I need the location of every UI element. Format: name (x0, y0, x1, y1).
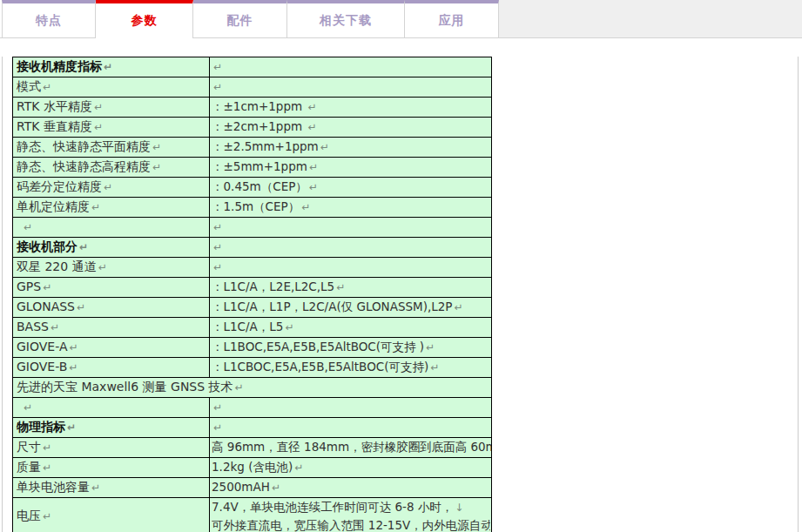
spec-value-cell: ：±2cm+1ppm ↵ (210, 118, 492, 138)
spec-value-cell: ↵ (210, 418, 492, 438)
return-mark: ↵ (320, 141, 329, 153)
spec-value: ：L1C/A，L1P，L2C/A(仅 GLONASSM),L2P (212, 300, 453, 313)
spec-value-cell: ↵ (210, 258, 492, 278)
spec-label: GLONASS (17, 300, 75, 313)
spec-label-cell: ↵ (13, 398, 210, 418)
return-mark: ↵ (294, 461, 303, 474)
spec-value: ：L1C/A，L5 (212, 320, 283, 333)
spec-label-cell: GIOVE-B↵ (13, 358, 210, 378)
spec-label-cell: ↵ (13, 218, 210, 238)
return-mark: ↵ (307, 101, 316, 113)
spec-row: ↵↵ (13, 218, 492, 238)
line-break-mark: ↓ (455, 502, 463, 514)
spec-label: 电压 (17, 508, 41, 522)
spec-value-cell: 7.4V，单块电池连续工作时间可达 6-8 小时，↓可外接直流电，宽压输入范围 … (210, 498, 492, 532)
spec-value-cell: ：L1C/A，L2E,L2C,L5↵ (210, 278, 492, 298)
spec-label-cell: RTK 垂直精度↵ (13, 118, 210, 138)
return-mark: ↵ (213, 401, 222, 414)
spec-label-cell: 静态、快速静态高程精度↵ (13, 158, 210, 178)
spec-label-cell: 单机定位精度↵ (13, 198, 210, 218)
spec-value-cell: 2500mAH↵ (210, 478, 492, 498)
return-mark: ↵ (91, 481, 100, 494)
return-mark: ↵ (152, 161, 161, 173)
spec-label-cell: GLONASS↵ (13, 298, 210, 318)
spec-label-cell: 单块电池容量↵ (13, 478, 210, 498)
spec-label-cell: 接收机部分↵ (13, 238, 210, 258)
spec-label: 单机定位精度 (17, 199, 90, 213)
return-mark: ↵ (152, 141, 161, 153)
spec-label: 静态、快速静态高程精度 (17, 159, 151, 173)
return-mark: ↵ (69, 361, 78, 374)
spec-label: 单块电池容量 (17, 480, 90, 494)
return-mark: ↵ (213, 241, 222, 253)
tab-bar: 特点参数配件相关下载应用 (0, 0, 802, 38)
tab-specs[interactable]: 参数 (96, 0, 193, 38)
spec-row: 单块电池容量↵2500mAH↵ (13, 478, 492, 498)
spec-label-cell: 质量↵ (13, 458, 210, 478)
return-mark: ↵ (91, 201, 100, 213)
spec-row: 双星 220 通道↵↵ (13, 258, 492, 278)
spec-value-cell: ：±5mm+1ppm↵ (210, 158, 492, 178)
spec-value-cell: ：1.5m（CEP）↵ (210, 198, 492, 218)
spec-value-cell: 高 96mm，直径 184mm，密封橡胶圈到底面高 60mm↵ (210, 438, 492, 458)
spec-label-cell: BASS↵ (13, 318, 210, 338)
spec-value: ：±5mm+1ppm (212, 159, 307, 173)
spec-value: ：0.45m（CEP） (212, 179, 307, 193)
spec-value-cell: ↵ (210, 218, 492, 238)
spec-row: 电压↵7.4V，单块电池连续工作时间可达 6-8 小时，↓可外接直流电，宽压输入… (13, 498, 492, 532)
spec-value-cell: ↵ (210, 77, 492, 98)
content-panel: 接收机精度指标↵↵模式↵↵RTK 水平精度↵：±1cm+1ppm ↵RTK 垂直… (2, 57, 799, 532)
tab-applications[interactable]: 应用 (405, 0, 499, 38)
spec-table-body: 接收机精度指标↵↵模式↵↵RTK 水平精度↵：±1cm+1ppm ↵RTK 垂直… (13, 57, 492, 532)
return-mark: ↵ (24, 401, 32, 414)
tab-features[interactable]: 特点 (2, 0, 96, 38)
spec-label: 接收机精度指标 (17, 59, 102, 73)
spec-row: 码差分定位精度↵：0.45m（CEP）↵ (13, 178, 492, 198)
spec-row: 物理指标↵↵ (13, 418, 492, 438)
spec-value-cell: ↵ (210, 57, 492, 77)
spec-row: 先进的天宝 Maxwell6 测量 GNSS 技术↵ (13, 378, 492, 398)
return-mark: ↵ (98, 261, 107, 273)
spec-label-cell: 接收机精度指标↵ (13, 57, 210, 77)
return-mark: ↵ (77, 301, 85, 313)
spec-label-cell: 尺寸↵ (13, 438, 210, 458)
spec-label: GIOVE-B (17, 360, 67, 374)
spec-value-cell: ：±1cm+1ppm ↵ (210, 98, 492, 118)
return-mark: ↵ (426, 341, 435, 354)
spec-label-cell: 模式↵ (13, 77, 210, 98)
spec-label: 物理指标 (17, 420, 65, 434)
spec-value: ：±2.5mm+1ppm (212, 139, 319, 153)
spec-value-cell: ：L1CBOC,E5A,E5B,E5AltBOC(可支持)↵ (210, 358, 492, 378)
return-mark: ↵ (307, 121, 316, 133)
spec-label: RTK 垂直精度 (17, 119, 92, 133)
spec-row: 接收机精度指标↵↵ (13, 57, 492, 77)
tab-downloads[interactable]: 相关下载 (287, 0, 405, 38)
spec-label-cell: 双星 220 通道↵ (13, 258, 210, 278)
return-mark: ↵ (51, 321, 59, 333)
spec-label-cell: 码差分定位精度↵ (13, 178, 210, 198)
spec-value: 高 96mm，直径 184mm，密封橡胶圈到底面高 60mm (212, 440, 492, 454)
return-mark: ↵ (213, 261, 222, 273)
return-mark: ↵ (104, 61, 112, 73)
spec-label: BASS (17, 320, 49, 333)
spec-row: 静态、快速静态平面精度↵：±2.5mm+1ppm↵ (13, 138, 492, 158)
return-mark: ↵ (213, 81, 222, 93)
spec-value: 可外接直流电，宽压输入范围 12-15V，内外电源自动切换 (212, 518, 490, 532)
spec-label-cell: 电压↵ (13, 498, 210, 532)
spec-value-cell: ：0.45m（CEP）↵ (210, 178, 492, 198)
return-mark: ↵ (94, 101, 103, 113)
return-mark: ↵ (43, 510, 51, 522)
return-mark: ↵ (301, 201, 310, 213)
spec-value: 7.4V，单块电池连续工作时间可达 6-8 小时， (212, 500, 453, 514)
spec-label: 码差分定位精度 (17, 179, 102, 193)
spec-row: GIOVE-A↵：L1BOC,E5A,E5B,E5AltBOC(可支持 )↵ (13, 338, 492, 358)
spec-label: 接收机部分 (17, 239, 78, 253)
spec-value-cell: ↵ (210, 398, 492, 418)
spec-row: 单机定位精度↵：1.5m（CEP）↵ (13, 198, 492, 218)
return-mark: ↵ (336, 281, 345, 293)
spec-row: RTK 水平精度↵：±1cm+1ppm ↵ (13, 98, 492, 118)
return-mark: ↵ (43, 81, 51, 93)
spec-row: GIOVE-B↵：L1CBOC,E5A,E5B,E5AltBOC(可支持)↵ (13, 358, 492, 378)
return-mark: ↵ (94, 121, 103, 133)
tab-accessories[interactable]: 配件 (193, 0, 287, 38)
